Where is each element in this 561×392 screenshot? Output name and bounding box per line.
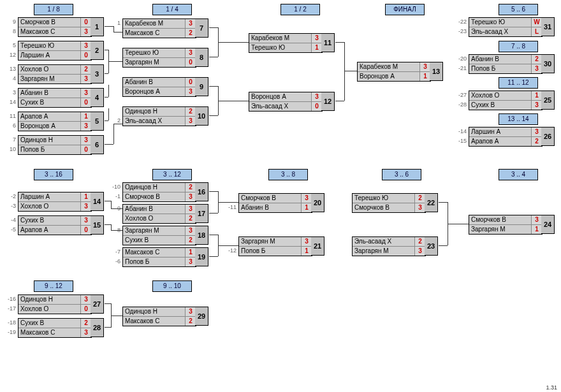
player-score: 0 (80, 51, 91, 60)
seed-label: -6 (109, 257, 120, 266)
match-number: 20 (311, 193, 324, 212)
match-16[interactable]: Одинцов Н2Сморчков В3 (122, 182, 196, 202)
connector (218, 202, 219, 213)
match-number: 23 (425, 236, 438, 256)
player-score: 0 (311, 102, 322, 111)
match-14[interactable]: Ларшин А1Хохлов О3 (18, 192, 92, 212)
match-20[interactable]: Сморчков В3Абанин В1 (238, 193, 312, 213)
player-name: Сморчков В (353, 203, 414, 212)
match-number: 10 (195, 106, 208, 126)
round-header-g38: 3 .. 8 (268, 169, 308, 180)
player-name: Карабеков М (358, 62, 419, 71)
match-11[interactable]: Карабеков М3Терешко Ю1 (249, 33, 323, 53)
connector (105, 73, 108, 74)
player-score: 3 (531, 64, 542, 73)
player-score: 1 (80, 112, 91, 121)
match-number: 1 (91, 17, 104, 36)
match-1[interactable]: Сморчков В0Максаков С3 (18, 17, 92, 37)
seed-label: -11 (225, 203, 237, 212)
seed-label: 6 (4, 121, 16, 130)
player-score: 0 (80, 98, 91, 107)
seed-label: -1 (109, 192, 120, 201)
player-name: Воронцов А (123, 87, 185, 96)
connector (335, 42, 344, 43)
match-18[interactable]: Заргарян М3Сухих В2 (122, 226, 196, 245)
match-17[interactable]: Абанин В3Хохлов О2 (122, 204, 196, 224)
connector (209, 256, 218, 257)
seed-label: -17 (4, 304, 16, 313)
player-name: Заргарян М (18, 75, 80, 83)
match-6[interactable]: Одинцов Н3Попов Б0 (18, 135, 92, 155)
player-name: Терешко Ю (249, 43, 311, 52)
connector (218, 235, 219, 245)
connector (105, 327, 111, 328)
connector (218, 101, 219, 115)
match-25[interactable]: Хохлов О1Сухих В3 (469, 91, 543, 110)
player-score: 3 (80, 89, 91, 98)
match-31[interactable]: Терешко ЮWЭль-асаад ХL (469, 17, 543, 37)
player-score: 2 (80, 319, 91, 328)
player-name: Максаков С (18, 27, 80, 36)
player-score: 3 (185, 192, 196, 201)
seed-label: -15 (455, 136, 467, 145)
player-name: Воронцов А (358, 72, 419, 81)
match-15[interactable]: Сухих В3Арапов А0 (18, 215, 92, 235)
match-number: 2 (91, 41, 104, 60)
seed-label: -27 (455, 91, 467, 99)
match-4[interactable]: Абанин В3Сухих В0 (18, 88, 92, 108)
player-name: Одинцов Н (18, 136, 80, 145)
match-28[interactable]: Сухих В2Максаков С3 (18, 318, 92, 338)
player-score: 3 (531, 215, 542, 224)
player-score: 1 (531, 225, 542, 234)
match-2[interactable]: Терешко Ю3Ларшин А0 (18, 41, 92, 61)
match-9[interactable]: Абанин В0Воронцов А3 (122, 77, 196, 97)
connector (108, 61, 109, 73)
player-score: 1 (311, 43, 322, 52)
match-27[interactable]: Одинцов Н3Хохлов О0 (18, 294, 92, 314)
match-29[interactable]: Одинцов Н3Максаков С2 (122, 307, 196, 326)
player-score: 3 (185, 258, 196, 266)
player-name: Сухих В (123, 236, 185, 245)
match-number: 9 (195, 77, 208, 96)
seed-label: -21 (455, 64, 467, 73)
player-score: 3 (80, 136, 91, 145)
match-8[interactable]: Терешко Ю3Заргарян М0 (122, 48, 196, 68)
match-number: 7 (195, 18, 208, 38)
seed-label: -4 (4, 215, 16, 224)
connector (111, 316, 122, 316)
round-header-g34: 3 .. 4 (499, 169, 538, 180)
connector (439, 245, 448, 246)
match-12[interactable]: Воронцов А3Эль-асаад Х0 (249, 92, 323, 112)
player-name: Карабеков М (123, 19, 185, 28)
player-name: Сморчков В (239, 194, 301, 203)
match-30[interactable]: Абанин В2Попов Б3 (469, 54, 543, 74)
player-score: 3 (531, 101, 542, 110)
player-score: 3 (301, 237, 312, 246)
player-score: 1 (419, 72, 430, 81)
player-score: 1 (301, 247, 312, 256)
match-23[interactable]: Эль-асаад Х2Заргарян М3 (352, 236, 426, 256)
match-10[interactable]: Одинцов Н2Эль-асаад Х3 (122, 106, 196, 126)
match-26[interactable]: Ларшин А3Арапов А2 (469, 127, 543, 147)
connector (344, 42, 345, 71)
player-score: 3 (80, 75, 91, 83)
match-3[interactable]: Хохлов О2Заргарян М3 (18, 64, 92, 84)
player-score: 3 (80, 122, 91, 131)
connector (335, 101, 344, 101)
match-19[interactable]: Максаков С1Попов Б3 (122, 247, 196, 267)
match-22[interactable]: Терешко Ю2Сморчков В3 (352, 193, 426, 213)
match-24[interactable]: Сморчков В3Заргарян М1 (469, 215, 543, 235)
match-number: 28 (91, 318, 104, 337)
match-7[interactable]: Карабеков М3Максаков С2 (122, 18, 196, 38)
match-5[interactable]: Арапов А1Воронцов А3 (18, 112, 92, 131)
match-21[interactable]: Заргарян М3Попов Б1 (238, 236, 312, 256)
round-header-g36: 3 .. 6 (382, 169, 421, 180)
match-13[interactable]: Карабеков М3Воронцов А1 (357, 62, 431, 82)
player-score: 1 (80, 192, 91, 201)
player-score: 0 (80, 18, 91, 27)
player-score: 3 (80, 202, 91, 211)
connector (448, 224, 448, 245)
round-header-gfin: ФИНАЛ (385, 4, 425, 15)
connector (218, 245, 238, 246)
player-score: 3 (80, 41, 91, 50)
